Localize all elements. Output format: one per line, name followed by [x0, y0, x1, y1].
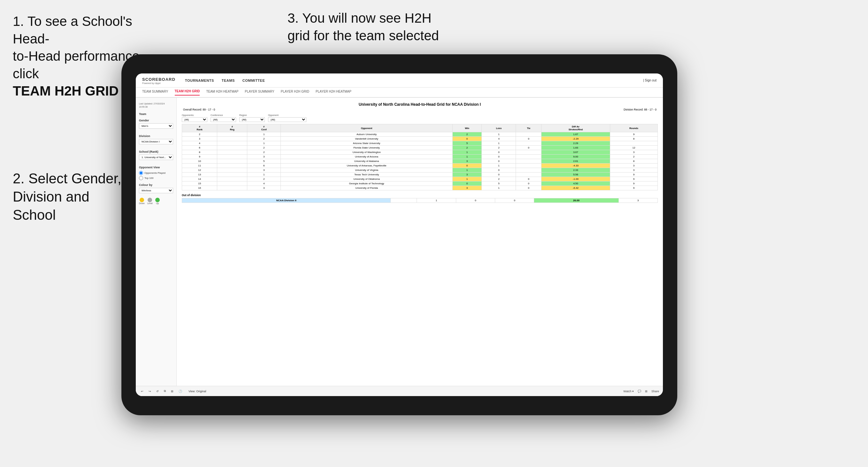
division-label: Division: [139, 134, 173, 138]
table-row: 3: [182, 137, 217, 141]
colour-section: Colour by Win/loss Down Level: [139, 183, 173, 205]
colour-level: Level: [147, 198, 153, 205]
division-record: Division Record: 88 - 17 - 0: [624, 108, 656, 111]
nav-bar: SCOREBOARD Powered by clippd TOURNAMENTS…: [136, 73, 663, 88]
colour-by-label: Colour by: [139, 183, 173, 187]
gender-select[interactable]: Men's: [139, 123, 173, 129]
table-row: 9: [182, 155, 217, 159]
share-btn[interactable]: Share: [651, 390, 659, 393]
comment-btn[interactable]: 💬: [638, 390, 641, 393]
undo-btn[interactable]: ↩: [140, 389, 145, 394]
nav-links: TOURNAMENTS TEAMS COMMITTEE: [185, 79, 643, 83]
ood-label: NCAA Division II: [182, 198, 391, 203]
ood-tie: 0: [495, 198, 534, 203]
col-rounds: Rounds: [610, 124, 657, 132]
col-conf: #Conf: [247, 124, 281, 132]
sub-nav-player-h2h-heatmap[interactable]: PLAYER H2H HEATMAP: [316, 90, 351, 95]
school-select[interactable]: 1. University of Nort...: [139, 155, 173, 160]
col-loss: Loss: [482, 124, 516, 132]
colour-down: Down: [139, 198, 145, 205]
table-row: 13: [182, 173, 217, 177]
grid-area: University of North Carolina Head-to-Hea…: [177, 98, 663, 396]
overall-record: Overall Record: 89 - 17 - 0: [183, 108, 215, 111]
sub-nav-player-summary[interactable]: PLAYER SUMMARY: [245, 90, 274, 95]
ood-rounds: 3: [619, 198, 657, 203]
sub-nav-player-h2h-grid[interactable]: PLAYER H2H GRID: [281, 90, 309, 95]
copy-btn[interactable]: ⧉: [163, 389, 167, 394]
region-label: Region: [239, 114, 265, 117]
view-label: View: Original: [188, 390, 206, 393]
table-row: 15: [182, 181, 217, 186]
table-row: 14: [182, 177, 217, 181]
sub-nav-team-summary[interactable]: TEAM SUMMARY: [142, 90, 168, 95]
table-row: 10: [182, 159, 217, 163]
ood-diff: 26.00: [534, 198, 619, 203]
out-of-division-table: NCAA Division II 1 0 0 26.00 3: [182, 198, 658, 203]
sign-out[interactable]: | Sign out: [643, 79, 656, 82]
logo-sub: Powered by clippd: [142, 82, 176, 84]
table-row: 2: [182, 132, 217, 137]
opponent-filter-select[interactable]: (All): [268, 117, 306, 122]
annotation-3: 3. You will now see H2H grid for the tea…: [287, 9, 473, 44]
region-select[interactable]: (All): [239, 117, 265, 122]
tablet-screen: SCOREBOARD Powered by clippd TOURNAMENTS…: [136, 73, 663, 396]
col-reg: #Reg: [217, 124, 247, 132]
colour-legend: Down Level Up: [139, 198, 173, 205]
gender-label: Gender: [139, 119, 173, 122]
col-tie: Tie: [516, 124, 541, 132]
main-content: Last Updated: 27/03/2024 16:55:38 Team G…: [136, 98, 663, 396]
sidebar: Last Updated: 27/03/2024 16:55:38 Team G…: [136, 98, 177, 396]
opponent-filter: Opponent (All): [268, 114, 306, 122]
ood-empty: [391, 198, 417, 203]
conference-filter: Conference (All): [211, 114, 236, 122]
out-of-division-label: Out of division: [182, 193, 658, 197]
col-diff: Diff AvStrokes/Rnd: [541, 124, 610, 132]
opponent-view-label: Opponent View: [139, 166, 173, 169]
logo-text: SCOREBOARD: [142, 77, 176, 82]
division-select[interactable]: NCAA Division I: [139, 139, 173, 145]
tablet: SCOREBOARD Powered by clippd TOURNAMENTS…: [121, 54, 677, 415]
sub-nav-team-h2h-grid[interactable]: TEAM H2H GRID: [175, 89, 200, 95]
opponents-select[interactable]: (All): [182, 117, 207, 122]
reset-btn[interactable]: ↺: [155, 389, 160, 394]
opponents-played-option[interactable]: Opponents Played: [139, 171, 173, 175]
toolbar-right: Watch ▾ 💬 ⊞ Share: [623, 390, 659, 393]
top100-option[interactable]: Top 100: [139, 176, 173, 180]
table-row: 8: [182, 150, 217, 155]
opponents-filter: Opponents: (All): [182, 114, 207, 122]
redo-btn[interactable]: ↪: [147, 389, 152, 394]
clock-btn[interactable]: 🕐: [177, 389, 183, 394]
last-updated: Last Updated: 27/03/2024 16:55:38: [139, 102, 173, 108]
colour-up: Up: [155, 198, 160, 205]
colour-circle-level: [148, 198, 152, 202]
region-filter: Region (All): [239, 114, 265, 122]
col-rank: #Rank: [182, 124, 217, 132]
annotation-2: 2. Select Gender, Division and School: [13, 169, 134, 224]
grid-title: University of North Carolina Head-to-Hea…: [182, 102, 658, 107]
nav-teams[interactable]: TEAMS: [222, 79, 235, 83]
sub-nav: TEAM SUMMARY TEAM H2H GRID TEAM H2H HEAT…: [136, 88, 663, 98]
toolbar: ↩ ↪ ↺ ⧉ ⊞ 🕐 View: Original Watch ▾ 💬 ⊞ S…: [136, 386, 663, 396]
nav-committee[interactable]: COMMITTEE: [243, 79, 265, 83]
nav-tournaments[interactable]: TOURNAMENTS: [185, 79, 214, 83]
table-row: 6: [182, 146, 217, 150]
sub-nav-team-h2h-heatmap[interactable]: TEAM H2H HEATMAP: [206, 90, 238, 95]
conference-label: Conference: [211, 114, 236, 117]
watch-btn[interactable]: Watch ▾: [623, 390, 634, 393]
filters-row: Opponents: (All) Conference (All) Region: [182, 114, 658, 122]
opponents-label: Opponents:: [182, 114, 207, 117]
colour-by-select[interactable]: Win/loss: [139, 188, 173, 193]
layout-btn[interactable]: ⊞: [645, 390, 648, 393]
col-win: Win: [453, 124, 482, 132]
ood-loss: 0: [456, 198, 495, 203]
colour-circle-up: [155, 198, 160, 202]
paste-btn[interactable]: ⊞: [169, 389, 175, 394]
logo-area: SCOREBOARD Powered by clippd: [142, 76, 176, 84]
colour-circle-down: [140, 198, 144, 202]
table-row: 12: [182, 168, 217, 173]
ood-win: 1: [417, 198, 456, 203]
table-row: 16: [182, 186, 217, 190]
team-label: Team: [139, 113, 173, 116]
conference-select[interactable]: (All): [211, 117, 236, 122]
school-label: School (Rank): [139, 150, 173, 153]
